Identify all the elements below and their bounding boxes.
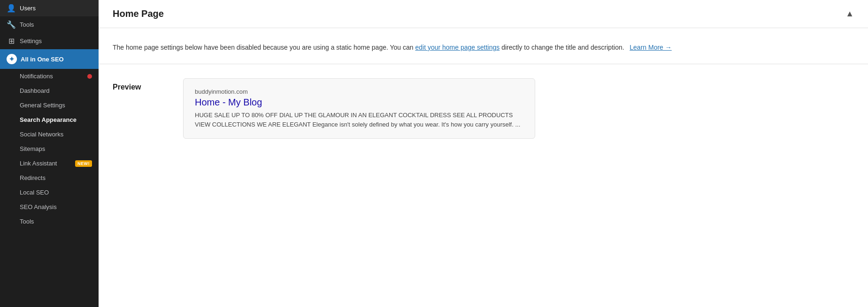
sidebar-item-label: SEO Analysis bbox=[20, 203, 92, 210]
sidebar-item-label: Social Networks bbox=[20, 131, 92, 138]
sidebar-item-label: Users bbox=[20, 5, 92, 12]
sidebar-item-sitemaps[interactable]: Sitemaps bbox=[0, 142, 99, 156]
collapse-button[interactable]: ▲ bbox=[845, 9, 854, 19]
new-badge: NEW! bbox=[75, 160, 92, 167]
edit-home-page-link[interactable]: edit your home page settings bbox=[415, 44, 499, 51]
aio-seo-icon: ✦ bbox=[7, 54, 17, 64]
sidebar: 👤 Users 🔧 Tools ⊞ Settings ✦ All in One … bbox=[0, 0, 99, 307]
sidebar-item-users[interactable]: 👤 Users bbox=[0, 0, 99, 16]
sidebar-item-link-assistant[interactable]: Link Assistant NEW! bbox=[0, 156, 99, 171]
info-text-before: The home page settings below have been d… bbox=[113, 44, 414, 51]
sidebar-item-label: All in One SEO bbox=[21, 56, 92, 63]
sidebar-item-settings[interactable]: ⊞ Settings bbox=[0, 33, 99, 49]
section-body: The home page settings below have been d… bbox=[99, 28, 868, 64]
preview-description: HUGE SALE UP TO 80% OFF DIAL UP THE GLAM… bbox=[195, 111, 523, 129]
learn-more-link[interactable]: Learn More → bbox=[630, 44, 671, 51]
preview-title: Home - My Blog bbox=[195, 97, 523, 108]
sidebar-item-social-networks[interactable]: Social Networks bbox=[0, 127, 99, 142]
sidebar-item-label: General Settings bbox=[20, 102, 92, 109]
sidebar-item-dashboard[interactable]: Dashboard bbox=[0, 83, 99, 98]
sidebar-item-notifications[interactable]: Notifications bbox=[0, 69, 99, 83]
sidebar-item-search-appearance[interactable]: Search Appearance bbox=[0, 112, 99, 127]
sidebar-item-label: Redirects bbox=[20, 174, 92, 181]
sidebar-item-label: Notifications bbox=[20, 73, 84, 80]
sidebar-item-label: Tools bbox=[20, 21, 92, 28]
tools-icon: 🔧 bbox=[7, 20, 16, 29]
preview-label: Preview bbox=[113, 78, 169, 91]
sidebar-item-tools[interactable]: 🔧 Tools bbox=[0, 16, 99, 33]
sidebar-item-label: Tools bbox=[20, 218, 92, 225]
section-title: Home Page bbox=[113, 8, 164, 19]
sidebar-item-tools-sub[interactable]: Tools bbox=[0, 214, 99, 229]
sidebar-item-redirects[interactable]: Redirects bbox=[0, 171, 99, 185]
preview-card: buddyinmotion.com Home - My Blog HUGE SA… bbox=[183, 78, 535, 139]
preview-url: buddyinmotion.com bbox=[195, 88, 523, 95]
settings-icon: ⊞ bbox=[7, 37, 16, 45]
sidebar-item-label: Settings bbox=[20, 37, 92, 45]
info-text-after: directly to change the title and descrip… bbox=[501, 44, 624, 51]
sidebar-item-label: Link Assistant bbox=[20, 160, 71, 167]
sidebar-item-label: Local SEO bbox=[20, 189, 92, 196]
preview-section: Preview buddyinmotion.com Home - My Blog… bbox=[99, 64, 868, 153]
users-icon: 👤 bbox=[7, 4, 16, 13]
sidebar-item-seo-analysis[interactable]: SEO Analysis bbox=[0, 200, 99, 214]
main-content: Home Page ▲ The home page settings below… bbox=[99, 0, 868, 307]
sidebar-item-general-settings[interactable]: General Settings bbox=[0, 98, 99, 112]
sidebar-item-label: Dashboard bbox=[20, 87, 92, 94]
info-text: The home page settings below have been d… bbox=[113, 42, 854, 52]
notification-dot bbox=[87, 74, 92, 79]
sidebar-item-label: Search Appearance bbox=[20, 116, 92, 123]
section-header: Home Page ▲ bbox=[99, 0, 868, 28]
sidebar-item-label: Sitemaps bbox=[20, 145, 92, 152]
sidebar-item-all-in-one-seo[interactable]: ✦ All in One SEO bbox=[0, 49, 99, 69]
sidebar-item-local-seo[interactable]: Local SEO bbox=[0, 185, 99, 200]
